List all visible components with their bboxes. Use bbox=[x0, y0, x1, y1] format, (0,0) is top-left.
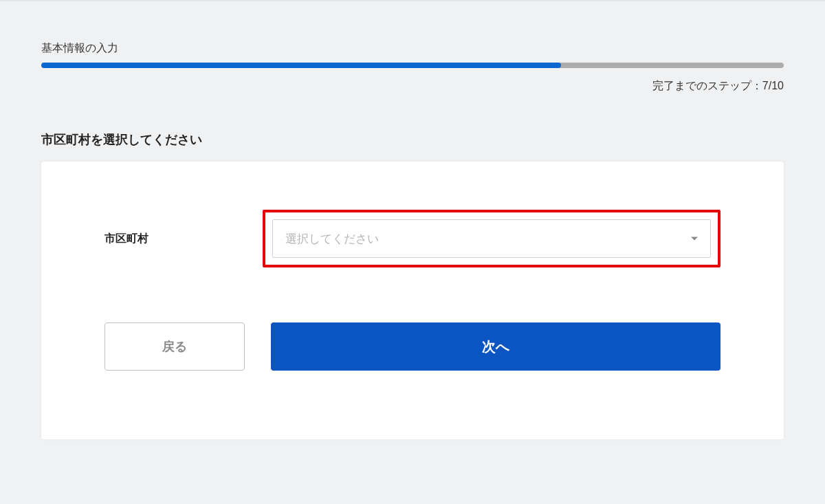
progress-fill bbox=[41, 63, 561, 68]
step-total: 10 bbox=[771, 80, 784, 91]
next-button[interactable]: 次へ bbox=[271, 322, 720, 371]
step-current: 7 bbox=[762, 80, 769, 91]
back-button[interactable]: 戻る bbox=[104, 322, 245, 371]
select-placeholder: 選択してください bbox=[285, 231, 379, 247]
field-label-municipality: 市区町村 bbox=[104, 232, 263, 246]
form-card: 市区町村 選択してください 戻る 次へ bbox=[41, 162, 784, 439]
question-heading: 市区町村を選択してください bbox=[41, 131, 784, 148]
select-highlight-frame: 選択してください bbox=[263, 210, 720, 267]
form-row-municipality: 市区町村 選択してください bbox=[104, 210, 720, 267]
step-counter: 完了までのステップ：7/10 bbox=[41, 79, 784, 94]
form-container: 基本情報の入力 完了までのステップ：7/10 市区町村を選択してください 市区町… bbox=[41, 7, 784, 439]
chevron-down-icon bbox=[691, 237, 698, 241]
step-counter-prefix: 完了までのステップ： bbox=[652, 80, 762, 91]
progress-bar bbox=[41, 63, 784, 68]
municipality-select[interactable]: 選択してください bbox=[272, 219, 711, 258]
button-row: 戻る 次へ bbox=[104, 322, 720, 371]
step-title: 基本情報の入力 bbox=[41, 41, 784, 56]
